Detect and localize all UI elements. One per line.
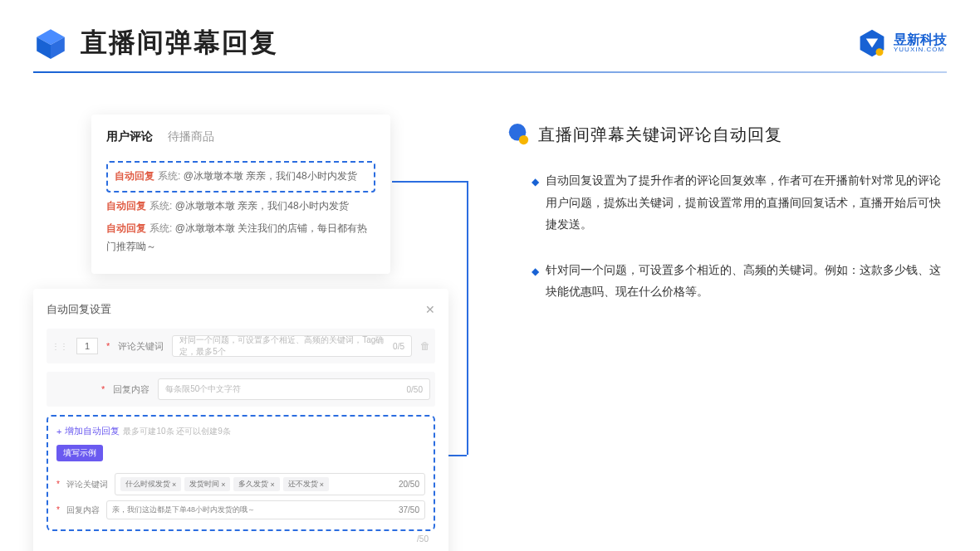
bullet-icon: ◆: [532, 173, 539, 236]
drag-handle-icon[interactable]: ⋮⋮: [51, 342, 68, 351]
svg-point-7: [519, 135, 528, 144]
required-dot: *: [101, 384, 105, 394]
keyword-tag[interactable]: 还不发货×: [283, 477, 329, 491]
svg-point-5: [876, 48, 884, 56]
cube-icon: [33, 26, 68, 61]
brand-logo-icon: [857, 28, 887, 58]
brand-name-en: YUUXIN.COM: [894, 46, 947, 54]
example-section: +增加自动回复 最多可建10条 还可以创建9条 填写示例 * 评论关键词 什么时…: [47, 415, 435, 531]
content-label: 回复内容: [113, 383, 149, 396]
add-auto-reply-link[interactable]: +增加自动回复 最多可建10条 还可以创建9条: [56, 425, 425, 437]
sequence-number: 1: [76, 338, 98, 354]
bullet-text-1: 自动回复设置为了提升作者的评论回复效率，作者可在开播前针对常见的评论用户问题，提…: [546, 169, 947, 236]
example-content-input[interactable]: 亲，我们这边都是下单48小时内发货的哦～ 37/50: [106, 500, 425, 519]
comment-item: 自动回复系统: @冰墩墩本墩 亲亲，我们48小时内发货: [106, 197, 375, 216]
example-content-label: 回复内容: [66, 505, 100, 516]
comment-item: 自动回复系统: @冰墩墩本墩 关注我们的店铺，每日都有热门推荐呦～: [106, 220, 375, 256]
keyword-input[interactable]: 对同一个问题，可设置多个相近、高频的关键词，Tag确定，最多5个 0/5: [172, 335, 412, 357]
chat-bubble-icon: [507, 123, 530, 146]
tab-pending-products[interactable]: 待播商品: [168, 129, 214, 144]
brand-logo-area: 昱新科技 YUUXIN.COM: [857, 28, 947, 58]
page-title: 直播间弹幕回复: [81, 25, 278, 61]
content-input[interactable]: 每条限50个中文字符 0/50: [158, 378, 430, 400]
bullet-icon: ◆: [532, 262, 539, 303]
settings-title: 自动回复设置: [47, 302, 111, 317]
comment-highlighted: 自动回复系统: @冰墩墩本墩 亲亲，我们48小时内发货: [106, 161, 375, 193]
keyword-tag[interactable]: 发货时间×: [184, 477, 230, 491]
required-dot: *: [106, 341, 110, 351]
delete-icon[interactable]: 🗑: [420, 340, 430, 352]
brand-name-cn: 昱新科技: [894, 32, 947, 47]
keyword-tag[interactable]: 什么时候发货×: [120, 477, 181, 491]
comments-card: 用户评论 待播商品 自动回复系统: @冰墩墩本墩 亲亲，我们48小时内发货 自动…: [91, 115, 390, 274]
extra-count: /50: [47, 531, 435, 544]
example-badge: 填写示例: [56, 445, 103, 461]
example-keyword-label: 评论关键词: [66, 479, 108, 490]
close-icon[interactable]: ✕: [425, 303, 435, 316]
tab-user-comments[interactable]: 用户评论: [106, 129, 153, 144]
settings-card: 自动回复设置 ✕ ⋮⋮ 1 * 评论关键词 对同一个问题，可设置多个相近、高频的…: [33, 289, 448, 551]
keyword-tag[interactable]: 多久发货×: [233, 477, 279, 491]
keyword-label: 评论关键词: [118, 340, 164, 353]
example-keyword-input[interactable]: 什么时候发货× 发货时间× 多久发货× 还不发货× 20/50: [115, 473, 425, 495]
bullet-text-2: 针对同一个问题，可设置多个相近的、高频的关键词。例如：这款多少钱、这块能优惠吗、…: [546, 259, 947, 303]
section-title: 直播间弹幕关键词评论自动回复: [538, 124, 782, 146]
comments-tabs: 用户评论 待播商品: [106, 129, 375, 156]
